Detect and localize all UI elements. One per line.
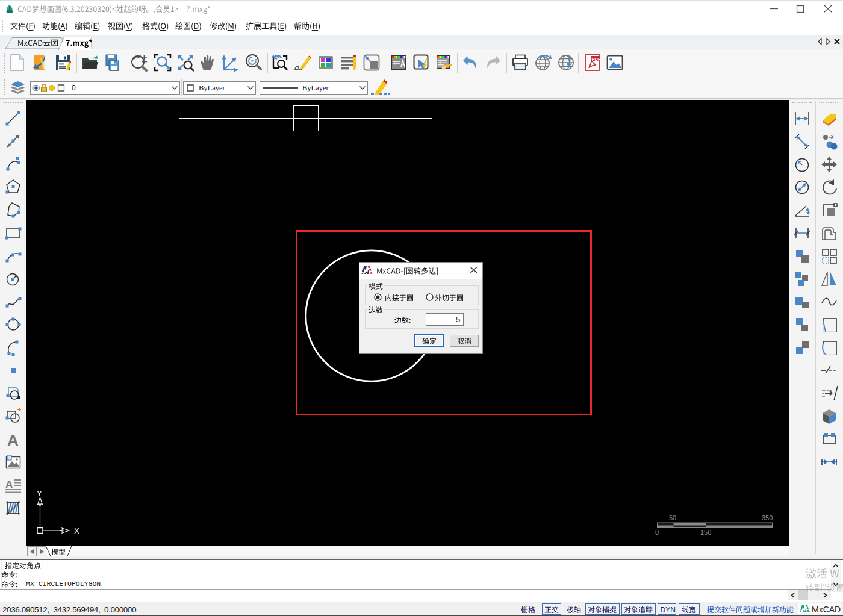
svg-text:A: A xyxy=(5,479,13,490)
svg-text:150: 150 xyxy=(700,529,711,536)
svg-text:0: 0 xyxy=(655,529,659,536)
svg-text:50: 50 xyxy=(669,514,676,521)
svg-text:PDF: PDF xyxy=(592,57,601,62)
svg-text:350: 350 xyxy=(762,514,773,521)
svg-text:Y: Y xyxy=(37,489,42,498)
svg-text:A: A xyxy=(7,431,19,448)
svg-text:X: X xyxy=(74,526,79,535)
